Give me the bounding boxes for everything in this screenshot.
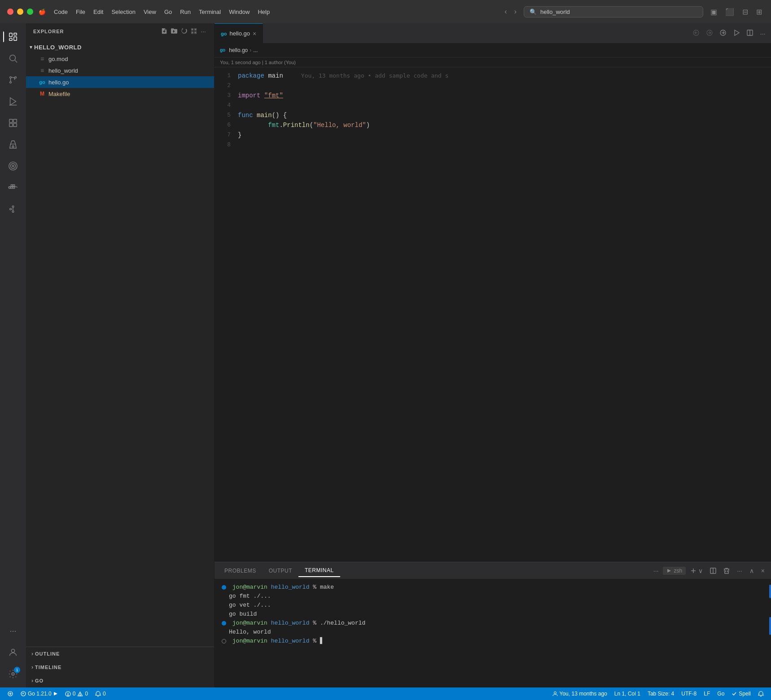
- terminal-tab-actions: ··· zsh ∨: [651, 565, 767, 576]
- run-icon[interactable]: [731, 27, 742, 39]
- file-go-mod[interactable]: ≡ go.mod: [26, 53, 214, 65]
- nav-forward-button[interactable]: ›: [513, 7, 518, 17]
- activity-remote[interactable]: [3, 156, 23, 176]
- nav-back-button[interactable]: ‹: [503, 7, 508, 17]
- terminal-more-button[interactable]: ···: [734, 565, 745, 576]
- code-line-4: [238, 101, 771, 110]
- menu-go[interactable]: Go: [164, 9, 172, 15]
- minimize-button[interactable]: [17, 9, 23, 15]
- status-line-ending[interactable]: LF: [700, 687, 714, 700]
- activity-account[interactable]: [3, 643, 23, 662]
- terminal-command-2: jon@marvin hello_world % ./hello_world: [222, 619, 764, 628]
- svg-rect-12: [9, 119, 13, 122]
- activity-extensions[interactable]: [3, 113, 23, 133]
- menu-edit[interactable]: Edit: [93, 9, 103, 15]
- terminal-close-button[interactable]: ×: [758, 565, 767, 576]
- activity-docker[interactable]: [3, 178, 23, 197]
- status-language[interactable]: Go: [714, 687, 728, 700]
- activity-explorer[interactable]: [3, 27, 23, 47]
- new-file-button[interactable]: [160, 27, 168, 36]
- svg-point-16: [12, 146, 14, 148]
- terminal-content[interactable]: jon@marvin hello_world % make go fmt ./.…: [215, 579, 771, 687]
- menu-run[interactable]: Run: [180, 9, 191, 15]
- status-bell[interactable]: [754, 687, 767, 700]
- terminal-shell-label[interactable]: zsh: [663, 567, 686, 575]
- menu-apple[interactable]: 🍎: [39, 9, 46, 15]
- activity-bottom: ··· 1: [3, 621, 23, 687]
- activity-more[interactable]: ···: [3, 621, 23, 641]
- status-cursor[interactable]: Ln 1, Col 1: [611, 687, 644, 700]
- status-notifications[interactable]: 0: [92, 687, 110, 700]
- breadcrumb-sep2: ›: [250, 47, 251, 53]
- search-input[interactable]: [540, 9, 697, 15]
- file-tree: ▾ HELLO_WORLD ≡ go.mod ≡ hello_world go …: [26, 39, 214, 647]
- activity-source-control[interactable]: [3, 70, 23, 90]
- activity-run-debug[interactable]: [3, 92, 23, 111]
- editor-more-button[interactable]: ···: [758, 28, 767, 39]
- activity-git[interactable]: [3, 199, 23, 219]
- status-spell[interactable]: Spell: [728, 687, 754, 700]
- menu-help[interactable]: Help: [258, 9, 270, 15]
- menu-terminal[interactable]: Terminal: [199, 9, 221, 15]
- collapse-button[interactable]: [190, 27, 198, 36]
- terminal-tabs: PROBLEMS OUTPUT TERMINAL ··· zsh: [215, 562, 771, 579]
- code-editor[interactable]: 1 2 3 4 5 6 7 8 package mainYou, 13 mont…: [215, 67, 771, 562]
- terminal-maximize-button[interactable]: ∧: [747, 565, 757, 576]
- menu-view[interactable]: View: [144, 9, 156, 15]
- terminal-split-button[interactable]: [707, 566, 719, 576]
- go-chevron: ›: [31, 678, 33, 684]
- line-num-2: 2: [215, 81, 231, 91]
- activity-testing[interactable]: [3, 135, 23, 154]
- app: ··· 1 EXPLORER: [0, 23, 771, 700]
- menu-selection[interactable]: Selection: [111, 9, 135, 15]
- terminal-more-dots[interactable]: ···: [651, 565, 661, 576]
- code-content[interactable]: package mainYou, 13 months ago • add sam…: [236, 67, 771, 562]
- search-bar[interactable]: 🔍: [524, 6, 703, 18]
- panel-toggle-icon[interactable]: ⬛: [723, 7, 736, 17]
- file-makefile[interactable]: M Makefile: [26, 88, 214, 100]
- breadcrumb-file[interactable]: hello.go: [229, 47, 248, 53]
- maximize-button[interactable]: [27, 9, 33, 15]
- breadcrumb-more[interactable]: ...: [253, 47, 258, 53]
- terminal-scrollbar-track: [769, 579, 771, 687]
- tab-close-button[interactable]: ×: [253, 30, 256, 37]
- tab-terminal[interactable]: TERMINAL: [298, 564, 340, 577]
- menu-code[interactable]: Code: [54, 9, 68, 15]
- terminal-trash-button[interactable]: [721, 566, 732, 576]
- new-folder-button[interactable]: [170, 27, 178, 36]
- file-hello-go[interactable]: go hello.go: [26, 76, 214, 88]
- svg-rect-13: [13, 119, 17, 122]
- folder-name: HELLO_WORLD: [34, 44, 82, 51]
- terminal-output-1c: go build: [222, 610, 764, 619]
- sidebar-section-timeline[interactable]: › TIMELINE: [26, 661, 214, 674]
- status-errors[interactable]: 0 0: [61, 687, 92, 700]
- refresh-button[interactable]: [180, 27, 188, 36]
- close-button[interactable]: [7, 9, 13, 15]
- tab-hello-go[interactable]: go hello.go ×: [215, 23, 263, 43]
- menu-file[interactable]: File: [76, 9, 85, 15]
- status-blame-info[interactable]: You, 13 months ago: [549, 687, 611, 700]
- split-editor-icon[interactable]: [745, 27, 755, 39]
- menu-window[interactable]: Window: [229, 9, 250, 15]
- tab-output[interactable]: OUTPUT: [263, 565, 298, 577]
- activity-search[interactable]: [3, 48, 23, 68]
- sidebar-section-outline[interactable]: › OUTLINE: [26, 647, 214, 661]
- go-forward-icon[interactable]: [718, 27, 728, 39]
- sidebar-more-button[interactable]: ···: [200, 27, 207, 36]
- status-tab-size[interactable]: Tab Size: 4: [644, 687, 678, 700]
- tab-problems[interactable]: PROBLEMS: [218, 565, 263, 577]
- status-go-version[interactable]: Go 1.21.0: [17, 687, 61, 700]
- status-encoding[interactable]: UTF-8: [678, 687, 700, 700]
- customize-layout-icon[interactable]: ⊞: [754, 7, 764, 17]
- file-hello-world-binary[interactable]: ≡ hello_world: [26, 65, 214, 76]
- go-forward-disabled-icon[interactable]: [704, 27, 715, 39]
- layout-icon[interactable]: ⊟: [740, 7, 750, 17]
- svg-rect-2: [14, 37, 17, 40]
- sidebar-section-go[interactable]: › GO: [26, 674, 214, 687]
- status-remote[interactable]: [4, 687, 17, 700]
- sidebar-toggle-icon[interactable]: ▣: [709, 7, 719, 17]
- folder-hello-world[interactable]: ▾ HELLO_WORLD: [26, 41, 214, 53]
- go-back-icon[interactable]: [691, 27, 701, 39]
- activity-settings[interactable]: 1: [3, 664, 23, 684]
- terminal-add-button[interactable]: ∨: [688, 565, 705, 576]
